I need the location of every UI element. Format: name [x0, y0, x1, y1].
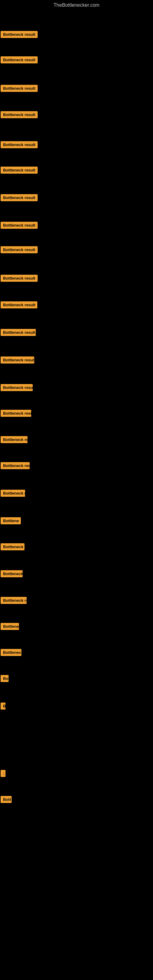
bottleneck-result-row: Bottleneck: [1, 570, 22, 579]
bottleneck-result-badge[interactable]: Bottleneck result: [1, 56, 38, 64]
bottleneck-result-badge[interactable]: Bo: [1, 675, 9, 682]
bottleneck-result-badge[interactable]: Bottleneck result: [1, 356, 34, 364]
bottleneck-result-badge[interactable]: Bottleneck result: [1, 167, 38, 173]
bottleneck-result-row: Bottleneck result: [1, 329, 36, 337]
bottleneck-result-row: Bottleneck re: [1, 436, 27, 444]
bottleneck-result-badge[interactable]: Bottleneck result: [1, 410, 31, 417]
bottleneck-result-row: Bottleneck re: [1, 597, 27, 605]
bottleneck-result-row: Bottleneck result: [1, 356, 34, 365]
bottleneck-result-badge[interactable]: B: [1, 703, 5, 710]
bottleneck-result-badge[interactable]: Bottleneck result: [1, 141, 38, 148]
bottleneck-result-row: Bottleneck result: [1, 410, 31, 418]
bottleneck-result-row: Bottleneck result: [1, 85, 38, 93]
bottleneck-result-row: Bottleneck r: [1, 490, 25, 498]
bottleneck-result-row: Bott: [1, 796, 12, 804]
bottleneck-result-badge[interactable]: :: [1, 770, 5, 777]
bottleneck-result-badge[interactable]: Bottleneck result: [1, 462, 30, 469]
bottleneck-result-badge[interactable]: Bottlene: [1, 623, 19, 630]
bottleneck-result-badge[interactable]: Bottleneck n: [1, 543, 24, 550]
bottleneck-result-badge[interactable]: Bottleneck result: [1, 246, 38, 253]
bottleneck-result-badge[interactable]: Bottleneck re: [1, 597, 27, 604]
bottleneck-result-row: Bottleneck result: [1, 56, 38, 65]
bottleneck-result-badge[interactable]: Bottleneck result: [1, 301, 37, 309]
bottleneck-result-row: Bottleneck result: [1, 246, 38, 255]
bottleneck-result-row: Bottleneck result: [1, 301, 37, 310]
bottleneck-result-badge[interactable]: Bott: [1, 796, 12, 803]
bottleneck-result-badge[interactable]: Bottleneck r: [1, 490, 25, 497]
bottleneck-result-row: :: [1, 770, 5, 778]
bottleneck-result-row: Bottleneck n: [1, 543, 24, 552]
bottleneck-result-badge[interactable]: Bottleneck result: [1, 329, 36, 336]
bottleneck-result-badge[interactable]: Bottleneck: [1, 649, 21, 656]
bottleneck-result-badge[interactable]: Bottleneck result: [1, 384, 33, 391]
bottleneck-result-row: Bottleneck result: [1, 194, 38, 202]
bottleneck-result-row: Bo: [1, 675, 9, 683]
bottleneck-result-row: Bottleneck result: [1, 384, 33, 392]
bottleneck-result-row: Bottleneck: [1, 649, 21, 657]
bottleneck-result-badge[interactable]: Bottleneck result: [1, 194, 38, 201]
bottleneck-result-badge[interactable]: Bottleneck re: [1, 436, 27, 443]
bottleneck-result-row: Bottleneck result: [1, 141, 38, 150]
bottleneck-result-row: Bottlene: [1, 623, 19, 631]
bottleneck-result-row: Bottleneck result: [1, 462, 30, 470]
bottleneck-result-badge[interactable]: Bottleneck result: [1, 111, 38, 118]
bottleneck-result-badge[interactable]: Bottlene: [1, 517, 21, 524]
bottleneck-result-row: Bottleneck result: [1, 275, 38, 283]
bottleneck-result-badge[interactable]: Bottleneck result: [1, 85, 38, 92]
bottleneck-result-badge[interactable]: Bottleneck result: [1, 222, 38, 229]
bottleneck-result-row: Bottleneck result: [1, 111, 38, 119]
bottleneck-result-badge[interactable]: Bottleneck result: [1, 31, 38, 38]
bottleneck-result-badge[interactable]: Bottleneck result: [1, 275, 38, 282]
bottleneck-result-row: B: [1, 703, 5, 711]
bottleneck-result-row: Bottlene: [1, 517, 21, 525]
bottleneck-result-badge[interactable]: Bottleneck: [1, 570, 22, 577]
bottleneck-result-row: Bottleneck result: [1, 222, 38, 230]
site-title: TheBottlenecker.com: [0, 0, 153, 10]
bottleneck-result-row: Bottleneck result: [1, 31, 38, 39]
bottleneck-result-row: Bottleneck result: [1, 167, 38, 175]
